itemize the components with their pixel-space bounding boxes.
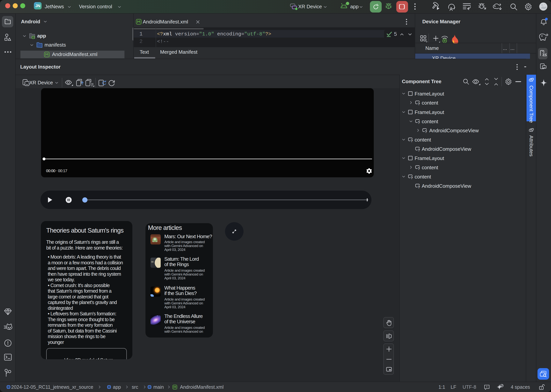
svg-text:?: ?: [418, 102, 420, 105]
svg-text:?: ?: [425, 130, 427, 133]
svg-text:?: ?: [418, 120, 420, 124]
svg-text:?: ?: [418, 185, 420, 188]
svg-text:?: ?: [418, 167, 420, 170]
svg-text:?: ?: [418, 148, 420, 151]
svg-text:?: ?: [411, 139, 413, 142]
svg-text:?: ?: [411, 176, 413, 179]
